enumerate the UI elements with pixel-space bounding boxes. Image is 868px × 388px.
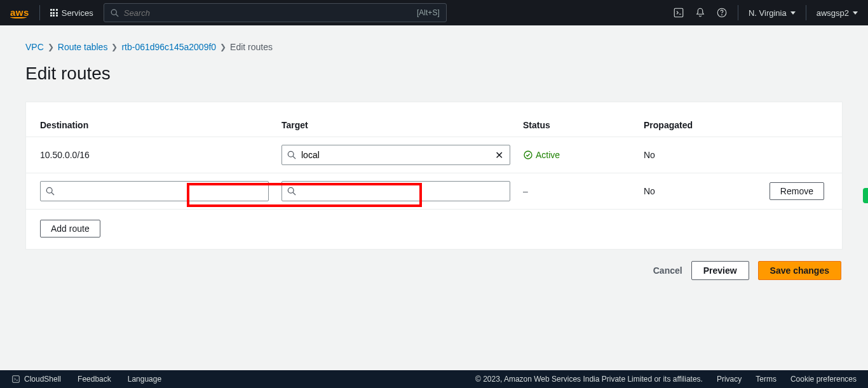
status-active: Active — [523, 150, 644, 160]
status-dash: – — [523, 186, 644, 196]
check-circle-icon — [523, 150, 533, 160]
form-actions: Cancel Preview Save changes — [25, 261, 843, 280]
add-route-button[interactable]: Add route — [40, 220, 100, 237]
cloudshell-icon[interactable] — [673, 7, 684, 18]
table-row: – No Remove — [26, 173, 842, 210]
remove-route-button[interactable]: Remove — [770, 182, 824, 200]
target-field[interactable] — [281, 181, 510, 201]
notifications-icon[interactable] — [695, 7, 706, 18]
services-menu[interactable]: Services — [50, 8, 93, 18]
table-header-row: Destination Target Status Propagated — [26, 114, 842, 137]
clear-icon[interactable]: ✕ — [494, 149, 505, 161]
target-input[interactable] — [301, 150, 494, 160]
destination-value: 10.50.0.0/16 — [40, 150, 281, 160]
breadcrumb: VPC ❯ Route tables ❯ rtb-061d96c145a2009… — [25, 42, 843, 52]
language-link[interactable]: Language — [128, 375, 161, 384]
feedback-tab[interactable] — [863, 188, 868, 203]
svg-point-7 — [524, 151, 532, 159]
col-status: Status — [523, 120, 644, 130]
top-nav: aws Services [Alt+S] N. Virginia awsgsp2 — [0, 0, 868, 25]
target-field[interactable]: ✕ — [281, 145, 510, 165]
svg-point-4 — [721, 15, 722, 15]
table-row: 10.50.0.0/16 ✕ Active No — [26, 137, 842, 173]
svg-point-10 — [288, 187, 294, 193]
page-title: Edit routes — [25, 64, 843, 84]
search-input[interactable] — [124, 8, 231, 18]
save-changes-button[interactable]: Save changes — [758, 261, 841, 280]
cloudshell-icon — [11, 375, 20, 384]
svg-point-0 — [111, 10, 116, 15]
svg-point-8 — [46, 187, 52, 193]
cancel-button[interactable]: Cancel — [653, 265, 682, 276]
search-icon — [46, 187, 55, 196]
svg-line-6 — [293, 156, 295, 159]
col-propagated: Propagated — [644, 120, 758, 130]
chevron-right-icon: ❯ — [220, 43, 226, 51]
services-label: Services — [62, 8, 93, 18]
aws-logo[interactable]: aws — [10, 7, 29, 18]
svg-point-5 — [288, 151, 294, 157]
cookies-link[interactable]: Cookie preferences — [790, 375, 857, 384]
cloudshell-link[interactable]: CloudShell — [11, 375, 61, 384]
svg-line-11 — [293, 192, 295, 195]
breadcrumb-link-route-tables[interactable]: Route tables — [58, 42, 108, 52]
breadcrumb-current: Edit routes — [230, 42, 273, 52]
page-content: VPC ❯ Route tables ❯ rtb-061d96c145a2009… — [0, 25, 868, 293]
search-icon — [287, 187, 296, 196]
destination-field[interactable] — [40, 181, 269, 201]
feedback-link[interactable]: Feedback — [78, 375, 111, 384]
preview-button[interactable]: Preview — [691, 261, 749, 280]
svg-line-9 — [51, 192, 54, 195]
nav-divider — [738, 5, 738, 20]
breadcrumb-link-vpc[interactable]: VPC — [25, 42, 44, 52]
terms-link[interactable]: Terms — [756, 375, 776, 384]
chevron-right-icon: ❯ — [111, 43, 118, 51]
routes-panel: Destination Target Status Propagated 10.… — [25, 102, 843, 250]
global-search[interactable]: [Alt+S] — [104, 3, 447, 22]
destination-input[interactable] — [60, 186, 263, 196]
chevron-right-icon: ❯ — [48, 43, 54, 51]
search-icon — [111, 9, 119, 17]
region-selector[interactable]: N. Virginia — [749, 8, 796, 18]
search-shortcut: [Alt+S] — [417, 8, 440, 17]
account-menu[interactable]: awsgsp2 — [817, 8, 858, 18]
caret-down-icon — [790, 11, 796, 15]
help-icon[interactable] — [716, 7, 728, 18]
search-icon — [287, 151, 296, 159]
privacy-link[interactable]: Privacy — [717, 375, 742, 384]
svg-line-1 — [116, 14, 118, 17]
services-grid-icon — [50, 9, 58, 17]
routes-table: Destination Target Status Propagated 10.… — [26, 114, 842, 210]
col-target: Target — [281, 120, 523, 130]
propagated-value: No — [644, 150, 758, 160]
col-destination: Destination — [40, 120, 281, 130]
nav-divider — [39, 5, 40, 20]
breadcrumb-link-rtb-id[interactable]: rtb-061d96c145a2009f0 — [121, 42, 216, 52]
target-input[interactable] — [301, 186, 505, 196]
footer-bar: CloudShell Feedback Language © 2023, Ama… — [0, 370, 868, 388]
nav-divider — [806, 5, 806, 20]
caret-down-icon — [853, 11, 858, 15]
copyright-text: © 2023, Amazon Web Services India Privat… — [475, 375, 703, 384]
propagated-value: No — [644, 186, 758, 196]
